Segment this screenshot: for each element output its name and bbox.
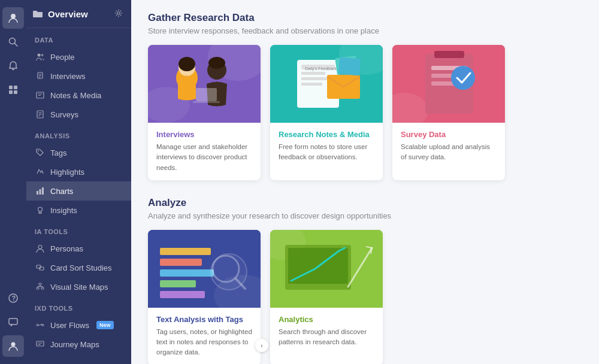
sidebar-collapse-button[interactable]: ‹ — [255, 339, 268, 352]
tags-label: Tags — [50, 148, 66, 157]
analytics-card-desc: Search through and discover patterns in … — [279, 327, 374, 348]
insights-label: Insights — [50, 206, 77, 215]
analyze-title: Analyze — [148, 197, 582, 209]
folder-icon — [32, 8, 43, 19]
svg-point-29 — [38, 207, 43, 211]
site-map-icon — [35, 281, 46, 292]
sidebar-item-visual-site-maps[interactable]: Visual Site Maps — [26, 277, 131, 296]
charts-label: Charts — [50, 187, 73, 196]
user-flows-label: User Flows — [50, 321, 89, 330]
svg-text:?: ? — [12, 295, 16, 302]
people-label: People — [50, 53, 74, 62]
sidebar-item-user-flows[interactable]: User Flows New — [26, 316, 131, 335]
svg-rect-61 — [301, 77, 331, 80]
gather-research-title: Gather Research Data — [148, 12, 582, 24]
highlights-icon — [35, 166, 46, 177]
tags-icon — [35, 147, 46, 158]
sidebar-item-notes-media[interactable]: Notes & Media — [26, 86, 131, 105]
svg-point-10 — [11, 342, 16, 347]
svg-point-0 — [11, 14, 16, 19]
new-badge: New — [96, 321, 114, 329]
analytics-card-image — [270, 230, 383, 308]
svg-line-2 — [15, 44, 18, 47]
sidebar-item-charts[interactable]: Charts — [26, 181, 131, 201]
notes-icon — [35, 90, 46, 101]
user-flows-icon — [35, 320, 46, 330]
card-survey-data[interactable]: Survey Data Scalable upload and analysis… — [392, 45, 505, 180]
analyze-section: Analyze Analyze and synthesize your rese… — [148, 197, 582, 364]
sidebar-item-journey-maps[interactable]: Journey Maps — [26, 335, 131, 354]
grid-nav-icon[interactable] — [2, 79, 24, 101]
text-analysis-card-body: Text Analysis with Tags Tag users, notes… — [148, 308, 261, 364]
sidebar-item-insights[interactable]: Insights — [26, 201, 131, 220]
card-research-notes[interactable]: Daily's Feedback Research Notes & Media … — [270, 45, 383, 180]
user-bottom-icon[interactable] — [2, 335, 24, 357]
search-nav-icon[interactable] — [2, 31, 24, 53]
svg-rect-6 — [14, 90, 17, 94]
card-sort-label: Card Sort Studies — [50, 263, 112, 272]
avatar-nav-icon[interactable] — [2, 7, 24, 29]
sidebar-title: Overview — [48, 9, 88, 19]
svg-rect-26 — [37, 191, 38, 195]
analytics-card-body: Analytics Search through and discover pa… — [270, 308, 383, 364]
svg-rect-62 — [301, 83, 322, 86]
people-icon — [35, 51, 46, 62]
svg-rect-66 — [338, 57, 361, 76]
svg-rect-60 — [301, 72, 325, 75]
personas-label: Personas — [50, 244, 83, 253]
sidebar-item-card-sort[interactable]: Card Sort Studies — [26, 258, 131, 277]
svg-point-11 — [117, 12, 120, 14]
svg-rect-28 — [42, 187, 44, 195]
icon-bar: ? — [0, 0, 26, 364]
chat-nav-icon[interactable] — [2, 311, 24, 333]
text-analysis-card-desc: Tag users, notes, or highlighted text in… — [156, 327, 252, 358]
surveys-label: Surveys — [50, 110, 78, 119]
svg-rect-78 — [160, 248, 211, 255]
surveys-icon — [35, 109, 46, 120]
interviews-label: Interviews — [50, 72, 86, 81]
sidebar-item-highlights[interactable]: Highlights — [26, 162, 131, 181]
card-text-analysis[interactable]: Text Analysis with Tags Tag users, notes… — [148, 230, 261, 364]
sidebar: Overview Data People — [26, 0, 131, 364]
research-notes-card-body: Research Notes & Media Free form notes t… — [270, 123, 383, 180]
interviews-card-body: Interviews Manage user and stakeholder i… — [148, 123, 261, 180]
journey-maps-label: Journey Maps — [50, 340, 99, 349]
sidebar-item-people[interactable]: People — [26, 47, 131, 66]
survey-data-card-body: Survey Data Scalable upload and analysis… — [392, 123, 505, 180]
interviews-card-title: Interviews — [156, 130, 252, 139]
survey-data-card-image — [392, 45, 505, 123]
insights-icon — [35, 205, 46, 216]
notification-nav-icon[interactable] — [2, 55, 24, 77]
svg-point-13 — [41, 54, 44, 56]
sidebar-item-surveys[interactable]: Surveys — [26, 105, 131, 124]
main-content: Gather Research Data Store interview res… — [131, 0, 599, 364]
svg-text:Daily's Feedback: Daily's Feedback — [305, 66, 337, 71]
sidebar-item-tags[interactable]: Tags — [26, 143, 131, 162]
charts-icon — [35, 186, 46, 196]
visual-site-maps-label: Visual Site Maps — [50, 283, 108, 292]
help-nav-icon[interactable]: ? — [2, 287, 24, 309]
research-notes-card-desc: Free form notes to store user feedback o… — [279, 142, 374, 163]
settings-icon[interactable] — [114, 9, 123, 19]
research-notes-card-title: Research Notes & Media — [279, 130, 374, 139]
svg-rect-54 — [196, 88, 217, 101]
svg-rect-71 — [434, 51, 464, 58]
svg-rect-3 — [9, 86, 13, 89]
card-sort-icon — [35, 262, 46, 273]
highlights-label: Highlights — [50, 168, 84, 177]
interviews-card-desc: Manage user and stakeholder interviews t… — [156, 142, 252, 173]
svg-rect-79 — [160, 259, 202, 266]
interviews-card-image — [148, 45, 261, 123]
interviews-icon — [35, 71, 46, 81]
notes-media-label: Notes & Media — [50, 91, 101, 100]
svg-rect-82 — [160, 291, 205, 298]
svg-rect-36 — [41, 287, 44, 289]
research-notes-card-image: Daily's Feedback — [270, 45, 383, 123]
card-analytics[interactable]: Analytics Search through and discover pa… — [270, 230, 383, 364]
analytics-card-title: Analytics — [279, 315, 374, 324]
card-interviews[interactable]: Interviews Manage user and stakeholder i… — [148, 45, 261, 180]
personas-icon — [35, 243, 46, 254]
gather-research-section: Gather Research Data Store interview res… — [148, 12, 582, 180]
sidebar-item-personas[interactable]: Personas — [26, 239, 131, 258]
sidebar-item-interviews[interactable]: Interviews — [26, 66, 131, 86]
